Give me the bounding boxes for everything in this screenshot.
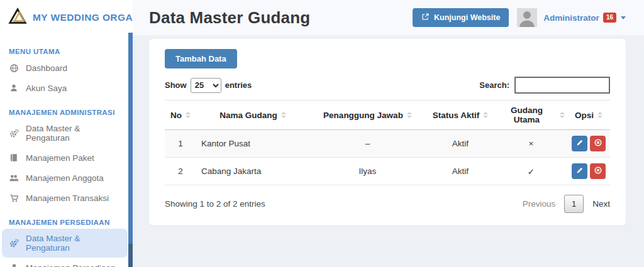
table-row: 2 Cabang Jakarta Ilyas Aktif ✓ [165, 158, 610, 185]
user-icon [9, 83, 19, 93]
sidebar-item-manajemen-transaksi[interactable]: Manajemen Transaksi [2, 188, 128, 208]
sidebar-item-akun-saya[interactable]: Akun Saya [2, 78, 128, 98]
cart-icon [9, 193, 19, 203]
column-header-nama-gudang[interactable]: Nama Gudang [196, 101, 309, 130]
notification-badge: 16 [603, 13, 616, 23]
sidebar-item-label: Dashboard [26, 63, 67, 73]
sort-icon [186, 112, 191, 118]
sort-icon [483, 112, 488, 118]
content: Tambah Data Show 25 entries Search: [133, 35, 644, 267]
sidebar-item-manajemen-anggota[interactable]: Manajemen Anggota [2, 168, 128, 188]
sort-icon [407, 112, 412, 118]
sidebar-scrollbar-thumb[interactable] [128, 244, 133, 267]
boxes-icon [9, 263, 19, 267]
sidebar-item-manajemen-paket[interactable]: Manajemen Paket [2, 148, 128, 168]
times-circle-icon [594, 138, 602, 149]
user-name: Administrator [543, 13, 599, 23]
book-icon [9, 153, 19, 163]
delete-button[interactable] [590, 136, 606, 151]
sidebar-item-label: Akun Saya [26, 84, 67, 93]
edit-button[interactable] [572, 163, 587, 179]
globe-icon [9, 63, 19, 73]
sidebar-item-manajemen-persediaan[interactable]: Manajemen Persediaan [2, 258, 128, 267]
section-menu-utama: MENU UTAMA [9, 48, 124, 55]
visit-website-label: Kunjungi Website [434, 13, 500, 22]
cell-penanggung-jawab: Ilyas [309, 158, 426, 185]
table-header-row: No Nama Gudang Penanggung Jawab [165, 101, 610, 130]
cell-no: 1 [165, 130, 196, 158]
topbar: Data Master Gudang Kunjungi Website [133, 0, 644, 35]
table-footer: Showing 1 to 2 of 2 entries Previous 1 N… [165, 195, 610, 213]
cell-status-aktif: Aktif [426, 130, 495, 158]
pencil-icon [576, 166, 584, 176]
gears-icon [9, 238, 19, 248]
column-header-no[interactable]: No [165, 101, 196, 130]
sidebar-item-label: Manajemen Anggota [26, 173, 104, 183]
entries-label: entries [225, 80, 252, 90]
sidebar-item-label: Manajemen Persediaan [26, 263, 116, 267]
user-menu[interactable]: Administrator 16 [543, 13, 626, 23]
brand[interactable]: MY WEDDING ORGAN [0, 0, 133, 35]
cell-nama-gudang: Kantor Pusat [196, 130, 309, 158]
delete-button[interactable] [590, 163, 606, 179]
gudang-table: No Nama Gudang Penanggung Jawab [165, 100, 610, 185]
pagination-page-1[interactable]: 1 [564, 195, 584, 213]
cell-gudang-utama: × [495, 130, 567, 158]
sidebar-item-data-master-persediaan[interactable]: Data Master & Pengaturan [2, 229, 128, 258]
cell-penanggung-jawab: – [309, 130, 426, 158]
page-title: Data Master Gudang [149, 8, 413, 28]
cell-nama-gudang: Cabang Jakarta [196, 158, 309, 185]
sidebar-item-label: Manajemen Transaksi [26, 193, 109, 203]
external-link-icon [421, 13, 430, 23]
pagination-previous[interactable]: Previous [523, 199, 556, 209]
brand-logo-icon [8, 7, 27, 28]
column-header-opsi[interactable]: Opsi [567, 101, 610, 130]
search-input[interactable] [514, 77, 610, 94]
column-header-gudang-utama[interactable]: Gudang Utama [495, 101, 567, 130]
sidebar-nav: MENU UTAMA Dashboard [0, 35, 133, 267]
sidebar-item-data-master-administrasi[interactable]: Data Master & Pengaturan [2, 119, 128, 148]
cell-gudang-utama: ✓ [495, 158, 567, 185]
table-info: Showing 1 to 2 of 2 entries [165, 199, 265, 209]
pagination: Previous 1 Next [523, 195, 610, 213]
app-window: MY WEDDING ORGAN MENU UTAMA Dashboard [0, 0, 644, 267]
search-label: Search: [479, 80, 509, 90]
section-manajemen-administrasi: MANAJEMEN ADMINISTRASI [9, 109, 124, 116]
show-label: Show [165, 80, 187, 90]
column-header-penanggung-jawab[interactable]: Penanggung Jawab [309, 101, 426, 130]
cell-status-aktif: Aktif [426, 158, 495, 185]
times-circle-icon [594, 166, 602, 177]
sidebar-item-label: Data Master & Pengaturan [26, 234, 121, 253]
pencil-icon [576, 139, 584, 148]
cell-opsi [567, 130, 610, 158]
caret-down-icon [621, 16, 626, 19]
page-length-control: Show 25 entries [165, 78, 252, 93]
sort-icon [560, 112, 565, 118]
sidebar-scrollbar[interactable] [128, 33, 133, 267]
users-icon [9, 173, 19, 183]
sidebar-item-label: Data Master & Pengaturan [26, 124, 121, 143]
data-card: Tambah Data Show 25 entries Search: [149, 39, 626, 226]
visit-website-button[interactable]: Kunjungi Website [413, 8, 509, 27]
page-length-select[interactable]: 25 [191, 78, 221, 93]
cell-opsi [567, 158, 610, 185]
pagination-next[interactable]: Next [592, 199, 610, 209]
brand-name: MY WEDDING ORGAN [33, 12, 133, 23]
table-row: 1 Kantor Pusat – Aktif × [165, 130, 610, 158]
sort-icon [597, 112, 602, 118]
cell-no: 2 [165, 158, 196, 185]
table-controls: Show 25 entries Search: [165, 77, 610, 94]
sort-icon [281, 112, 286, 118]
avatar[interactable] [517, 8, 537, 27]
sidebar-item-dashboard[interactable]: Dashboard [2, 58, 128, 78]
sidebar: MY WEDDING ORGAN MENU UTAMA Dashboard [0, 0, 133, 267]
main-area: Data Master Gudang Kunjungi Website [133, 0, 644, 267]
search-control: Search: [479, 77, 610, 94]
sidebar-item-label: Manajemen Paket [26, 153, 94, 163]
column-header-status-aktif[interactable]: Status Aktif [426, 101, 495, 130]
add-data-button[interactable]: Tambah Data [165, 49, 237, 68]
edit-button[interactable] [572, 136, 587, 151]
gears-icon [9, 128, 19, 138]
section-manajemen-persediaan: MANAJEMEN PERSEDIAAN [9, 219, 124, 226]
